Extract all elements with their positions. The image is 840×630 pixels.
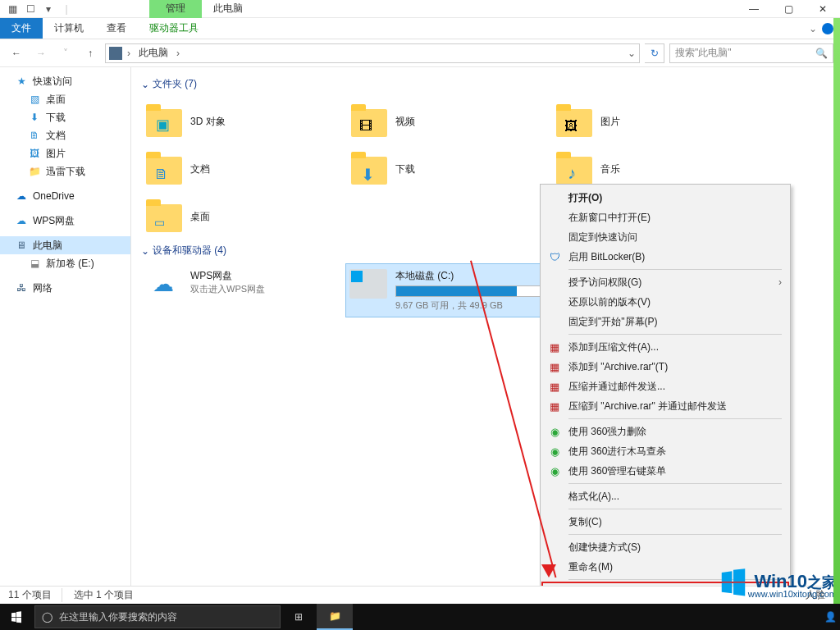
nav-documents[interactable]: 🗎文档 (0, 126, 130, 144)
section-folders[interactable]: ⌄文件夹 (7) (141, 74, 830, 98)
shield-icon: 🛡 (547, 249, 562, 264)
ribbon-computer[interactable]: 计算机 (43, 18, 95, 39)
window-title: 此电脑 (202, 0, 254, 18)
ribbon-expand[interactable]: ⌄ (809, 23, 817, 34)
nav-onedrive[interactable]: ☁OneDrive (0, 187, 130, 205)
cortana-placeholder: 在这里输入你要搜索的内容 (59, 610, 177, 624)
search-placeholder: 搜索"此电脑" (675, 46, 732, 60)
360-icon: ◉ (547, 444, 562, 459)
rar-icon: ▦ (547, 379, 562, 394)
status-selected-count: 选中 1 个项目 (74, 588, 134, 602)
nav-downloads[interactable]: ⬇下载 (0, 108, 130, 126)
contextual-tab-manage: 管理 (149, 0, 202, 18)
submenu-icon: › (778, 276, 782, 288)
ctx-add-archive[interactable]: ▦添加到压缩文件(A)... (542, 337, 788, 357)
nav-network[interactable]: 🖧网络 (0, 279, 130, 297)
360-icon: ◉ (547, 463, 562, 478)
cortana-icon: ◯ (42, 611, 52, 623)
folder-documents[interactable]: 🗎文档 (141, 145, 346, 193)
nav-recent[interactable]: ˅ (56, 43, 75, 63)
360-icon: ◉ (547, 424, 562, 439)
close-button[interactable]: ✕ (806, 0, 840, 18)
nav-quick-access[interactable]: ★快速访问 (0, 72, 130, 90)
nav-back[interactable]: ← (7, 43, 26, 63)
nav-pane: ★快速访问 ▧桌面 ⬇下载 🗎文档 🖼图片 📁迅雷下载 ☁OneDrive ☁W… (0, 67, 131, 586)
address-bar[interactable]: › 此电脑 › ⌄ (105, 43, 640, 63)
tray-people[interactable]: 👤 (824, 611, 837, 623)
nav-forward: → (31, 43, 51, 63)
ctx-360-menu[interactable]: ◉使用 360管理右键菜单 (542, 461, 788, 481)
ctx-bitlocker[interactable]: 🛡启用 BitLocker(B) (542, 247, 788, 267)
ctx-create-shortcut[interactable]: 创建快捷方式(S) (542, 537, 788, 557)
ctx-pin-start[interactable]: 固定到"开始"屏幕(P) (542, 312, 788, 331)
taskbar-explorer[interactable]: 📁 (317, 604, 353, 630)
ribbon-file[interactable]: 文件 (0, 18, 43, 39)
ctx-copy[interactable]: 复制(C) (542, 512, 788, 532)
ctx-format[interactable]: 格式化(A)... (542, 486, 788, 506)
status-bar: 11 个项目 选中 1 个项目 人脸 (0, 586, 840, 604)
ctx-360-delete[interactable]: ◉使用 360强力删除 (542, 422, 788, 441)
nav-up[interactable]: ↑ (80, 43, 100, 63)
nav-desktop[interactable]: ▧桌面 (0, 90, 130, 108)
folder-downloads[interactable]: ⬇下载 (346, 145, 551, 193)
rar-icon: ▦ (547, 359, 562, 374)
folder-3d-objects[interactable]: ▣3D 对象 (141, 98, 346, 145)
refresh-button[interactable]: ↻ (645, 43, 664, 63)
status-item-count: 11 个项目 (8, 588, 62, 602)
ctx-compress-mail-rar[interactable]: ▦压缩到 "Archive.rar" 并通过邮件发送 (542, 396, 788, 416)
drive-c-icon (349, 269, 387, 299)
scroll-edge (833, 18, 840, 604)
drive-wps[interactable]: ☁ WPS网盘 双击进入WPS网盘 (141, 264, 346, 317)
start-button[interactable] (0, 604, 33, 630)
ctx-compress-mail[interactable]: ▦压缩并通过邮件发送... (542, 377, 788, 396)
ctx-360-scan[interactable]: ◉使用 360进行木马查杀 (542, 441, 788, 461)
minimize-button[interactable]: ― (737, 0, 771, 18)
crumb-thispc[interactable]: 此电脑 (135, 44, 171, 62)
qat-new[interactable]: ▾ (39, 0, 57, 18)
ctx-restore-versions[interactable]: 还原以前的版本(V) (542, 292, 788, 312)
ribbon-drive-tools[interactable]: 驱动器工具 (138, 18, 210, 39)
rar-icon: ▦ (547, 340, 562, 354)
ribbon-view[interactable]: 查看 (95, 18, 138, 39)
crumb-sep2[interactable]: › (175, 48, 181, 59)
task-view-button[interactable]: ⊞ (281, 604, 317, 630)
cortana-search[interactable]: ◯ 在这里输入你要搜索的内容 (34, 605, 281, 628)
qat-props[interactable]: ☐ (21, 0, 39, 18)
context-menu: 打开(O) 在新窗口中打开(E) 固定到快速访问 🛡启用 BitLocker(B… (540, 184, 791, 606)
rar-icon: ▦ (547, 399, 562, 413)
nav-pictures[interactable]: 🖼图片 (0, 144, 130, 162)
crumb-sep[interactable]: › (126, 48, 132, 59)
nav-newvol-e[interactable]: ⬓新加卷 (E:) (0, 254, 130, 272)
ctx-open-new-window[interactable]: 在新窗口中打开(E) (542, 208, 788, 227)
maximize-button[interactable]: ▢ (771, 0, 806, 18)
qat-icon: ▦ (3, 0, 21, 18)
addr-dropdown[interactable]: ⌄ (628, 48, 636, 59)
help-icon[interactable] (822, 23, 833, 34)
search-input[interactable]: 搜索"此电脑" 🔍 (669, 43, 833, 63)
nav-wps[interactable]: ☁WPS网盘 (0, 212, 130, 230)
taskbar: ◯ 在这里输入你要搜索的内容 ⊞ 📁 👤 (0, 604, 840, 630)
ctx-pin-quick[interactable]: 固定到快速访问 (542, 227, 788, 247)
ctx-open[interactable]: 打开(O) (542, 188, 788, 208)
ctx-add-archive-rar[interactable]: ▦添加到 "Archive.rar"(T) (542, 357, 788, 377)
nav-xunlei[interactable]: 📁迅雷下载 (0, 162, 130, 180)
ctx-grant-access[interactable]: 授予访问权限(G)› (542, 272, 788, 292)
folder-videos[interactable]: 🎞视频 (346, 98, 551, 145)
qat-sep: | (57, 0, 75, 18)
thispc-icon (109, 47, 122, 60)
drive-c[interactable]: 本地磁盘 (C:) 9.67 GB 可用，共 49.9 GB (346, 264, 551, 317)
watermark: Win10之家 www.win10xitong.com (718, 566, 837, 597)
nav-thispc[interactable]: 🖥此电脑 (0, 236, 130, 254)
folder-pictures[interactable]: 🖼图片 (551, 98, 756, 145)
search-icon: 🔍 (815, 48, 828, 59)
folder-desktop[interactable]: ▭桌面 (141, 193, 346, 240)
